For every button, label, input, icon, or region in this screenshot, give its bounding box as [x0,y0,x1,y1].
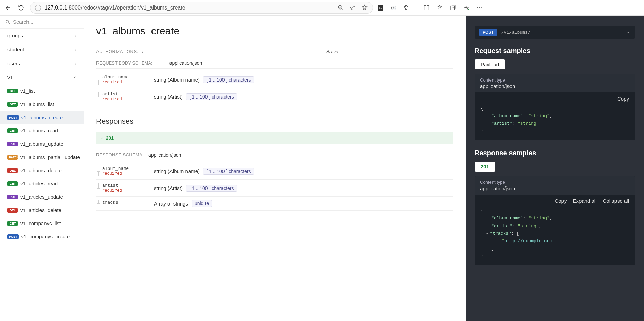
nav-group-student[interactable]: student› [0,42,84,56]
method-badge: GET [7,128,18,133]
method-badge: GET [7,89,18,93]
sidebar-item-label: v1_articles_update [20,194,63,200]
favorite-icon[interactable] [361,4,368,11]
field-name: album_namerequired [96,166,154,176]
field-name: artistrequired [96,92,154,102]
sidebar-item-label: v1_albums_delete [20,167,62,173]
nav-group-v1[interactable]: v1› [0,70,84,84]
svg-rect-3 [451,6,454,10]
nav-group-users[interactable]: users› [0,56,84,70]
sidebar-item-v1_albums_read[interactable]: GETv1_albums_read [0,124,84,137]
field-desc: string (Artist)[ 1 .. 100 ] characters [154,183,453,193]
chevron-down-icon: › [72,76,78,78]
collections-icon[interactable] [450,4,456,11]
sidebar-item-v1_albums_create[interactable]: POSTv1_albums_create [0,111,84,124]
sidebar-item-label: v1_albums_update [20,141,64,147]
sidebar: Search... groups› student› users› v1› GE… [0,16,84,321]
health-icon[interactable] [463,4,470,11]
resp-schema-value: application/json [148,152,181,158]
resp-schema-label: RESPONSE SCHEMA: [96,152,144,158]
copy-button[interactable]: Copy [555,198,567,204]
ext-icon-2[interactable]: 👀 [390,5,396,11]
content-type-label: Content type [480,77,630,83]
response-201-tab[interactable]: 201 [475,162,495,172]
sidebar-item-v1_albums_update[interactable]: PUTv1_albums_update [0,137,84,150]
method-badge: POST [7,234,19,239]
sidebar-item-label: v1_articles_read [20,181,58,186]
search-placeholder: Search... [13,19,33,25]
extensions-icon[interactable] [403,4,409,11]
refresh-button[interactable] [17,4,25,12]
zoom-out-icon[interactable] [338,5,344,11]
content-type-value: application/json [480,185,630,191]
schema-row: artistrequiredstring (Artist)[ 1 .. 100 … [96,88,453,105]
nav-group-groups[interactable]: groups› [0,29,84,42]
sidebar-item-v1_albums_partial_update[interactable]: PATCHv1_albums_partial_update [0,150,84,164]
sidebar-item-v1_articles_delete[interactable]: DELv1_articles_delete [0,203,84,217]
authorizations-row[interactable]: AUTHORIZATIONS: › Basic [96,46,453,57]
read-aloud-icon[interactable] [349,4,356,11]
sidebar-item-label: v1_albums_create [21,114,63,120]
expand-all-button[interactable]: Expand all [573,198,596,204]
req-body-label: REQUEST BODY SCHEMA: [96,60,153,66]
endpoint-path: /v1/albums/ [501,30,531,35]
more-icon[interactable]: ··· [477,5,483,11]
sidebar-item-v1_companys_list[interactable]: GETv1_companys_list [0,217,84,230]
sidebar-item-v1_articles_read[interactable]: GETv1_articles_read [0,177,84,190]
samples-panel: POST /v1/albums/ Request samples Payload… [466,16,644,321]
back-button[interactable] [4,4,12,12]
field-name: tracks [96,200,154,207]
response-schema-table: album_namerequiredstring (Album name)[ 1… [96,163,453,211]
sidebar-item-label: v1_albums_partial_update [20,154,80,160]
response-code-panel: Content type application/json Copy Expan… [475,176,635,265]
selenium-ext-icon[interactable]: Se [378,5,383,11]
sidebar-item-v1_albums_delete[interactable]: DELv1_albums_delete [0,164,84,177]
browser-extensions: Se 👀 ··· [378,4,485,12]
method-badge: PUT [7,142,18,146]
response-code-block[interactable]: { "album_name": "string", "artist": "str… [475,205,635,265]
method-badge: GET [7,221,18,226]
field-desc: string (Artist)[ 1 .. 100 ] characters [154,92,453,102]
site-info-icon[interactable]: i [35,5,41,11]
method-badge: PUT [7,195,18,199]
schema-row: artistrequiredstring (Artist)[ 1 .. 100 … [96,180,453,197]
schema-row: album_namerequiredstring (Album name)[ 1… [96,71,453,88]
address-bar[interactable]: i 127.0.0.1:8000/redoc/#tag/v1/operation… [30,2,373,14]
sidebar-item-label: v1_articles_delete [20,207,61,213]
chevron-right-icon: › [142,49,143,54]
search-input[interactable]: Search... [0,16,84,29]
field-desc: string (Album name)[ 1 .. 100 ] characte… [154,75,453,85]
sidebar-item-v1_list[interactable]: GETv1_list [0,84,84,97]
req-body-value: application/json [169,60,202,66]
request-code-block[interactable]: { "album_name": "string", "artist": "str… [475,103,635,140]
schema-row: album_namerequiredstring (Album name)[ 1… [96,163,453,180]
sidebar-item-v1_albums_list[interactable]: GETv1_albums_list [0,97,84,111]
field-name: artistrequired [96,183,154,193]
collapse-all-button[interactable]: Collapse all [603,198,629,204]
split-screen-icon[interactable] [423,4,430,11]
chevron-right-icon: › [74,60,76,66]
search-icon [5,20,10,24]
chevron-right-icon: › [74,33,76,38]
sidebar-item-v1_companys_create[interactable]: POSTv1_companys_create [0,230,84,243]
schema-row: tracksArray of strings unique [96,197,453,211]
sidebar-item-v1_articles_update[interactable]: PUTv1_articles_update [0,190,84,203]
copy-button[interactable]: Copy [617,96,629,102]
favorites-bar-icon[interactable] [436,4,443,11]
svg-rect-1 [424,5,426,10]
responses-heading: Responses [96,117,453,126]
sidebar-item-label: v1_companys_create [21,234,70,239]
endpoint-box[interactable]: POST /v1/albums/ [475,26,635,39]
svg-point-5 [6,20,9,23]
content-type-label: Content type [480,180,630,185]
chevron-down-icon [626,30,630,34]
content-type-value: application/json [480,83,630,89]
response-201-row[interactable]: › 201 [96,132,453,144]
method-badge: GET [7,181,18,186]
page-title: v1_albums_create [96,25,453,37]
response-samples-heading: Response samples [475,149,635,157]
nav-list: groups› student› users› v1› GETv1_listGE… [0,29,84,321]
request-code-panel: Content type application/json Copy { "al… [475,74,635,140]
sidebar-item-label: v1_albums_read [20,128,58,133]
payload-tab[interactable]: Payload [475,59,505,69]
